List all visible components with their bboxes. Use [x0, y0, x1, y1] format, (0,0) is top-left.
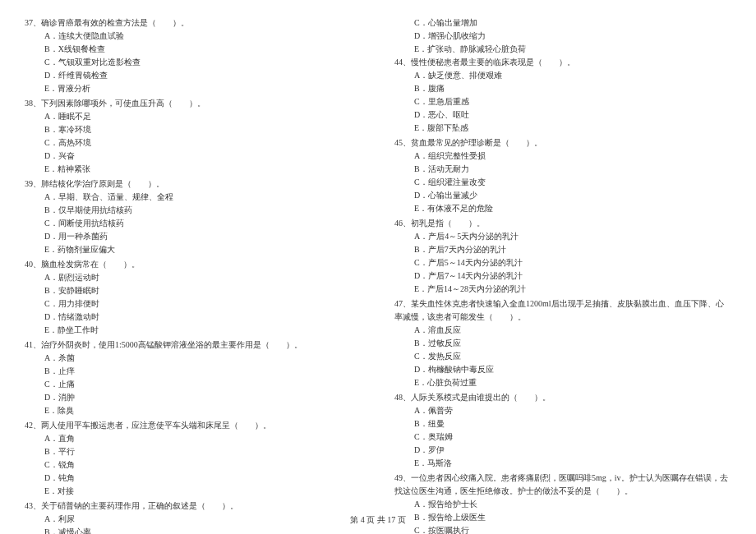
question-option: E．有体液不足的危险: [394, 202, 731, 215]
question-option: C．高热环境: [25, 136, 362, 150]
question-option: C．奥瑞姆: [394, 430, 731, 444]
question-option: C．产后5～14天内分泌的乳汁: [394, 256, 731, 269]
question-option: A．报告给护士长: [394, 498, 731, 511]
question-text: 40、脑血栓发病常在（ ）。: [25, 258, 362, 271]
question-option: D．钝角: [25, 472, 362, 485]
question-block: 42、两人使用平车搬运患者，应注意使平车头端和床尾呈（ ）。A．直角B．平行C．…: [25, 419, 362, 498]
question-option: B．减慢心率: [25, 526, 362, 534]
question-block: 39、肺结核化学治疗原则是（ ）。A．早期、联合、适量、规律、全程B．仅早期使用…: [25, 177, 362, 256]
question-option: A．剧烈运动时: [25, 271, 362, 284]
question-option: B．平行: [25, 445, 362, 458]
question-option: D．枸橼酸钠中毒反应: [394, 363, 731, 376]
question-option: B．纽曼: [394, 417, 731, 430]
question-text: 37、确诊胃癌最有效的检查方法是（ ）。: [25, 16, 362, 30]
question-option: E．腹部下坠感: [394, 122, 731, 135]
question-option: E．扩张动、静脉减轻心脏负荷: [394, 43, 731, 56]
question-option: B．仅早期使用抗结核药: [25, 204, 362, 217]
question-option: D．消肿: [25, 391, 362, 404]
question-option: B．过敏反应: [394, 337, 731, 350]
question-text: 43、关于硝普钠的主要药理作用，正确的叙述是（ ）。: [25, 499, 362, 513]
question-option: B．腹痛: [394, 82, 731, 95]
question-option: D．增强心肌收缩力: [394, 30, 731, 43]
question-option: B．产后7天内分泌的乳汁: [394, 243, 731, 256]
question-block: 38、下列因素除哪项外，可使血压升高（ ）。A．睡眠不足B．寒冷环境C．高热环境…: [25, 97, 362, 176]
question-text: 48、人际关系模式是由谁提出的（ ）。: [394, 391, 731, 404]
question-option: E．除臭: [25, 404, 362, 417]
question-text: 47、某失血性休克患者快速输入全血1200ml后出现手足抽搐、皮肤黏膜出血、血压…: [394, 297, 731, 324]
question-option: D．用一种杀菌药: [25, 230, 362, 243]
question-block: 48、人际关系模式是由谁提出的（ ）。A．佩普劳B．纽曼C．奥瑞姆D．罗伊E．马…: [394, 391, 731, 470]
question-option: A．早期、联合、适量、规律、全程: [25, 191, 362, 204]
question-option: B．止痒: [25, 365, 362, 378]
question-option: E．静坐工作时: [25, 324, 362, 337]
question-option: D．恶心、呕吐: [394, 108, 731, 122]
question-block: 47、某失血性休克患者快速输入全血1200ml后出现手足抽搐、皮肤黏膜出血、血压…: [394, 297, 731, 389]
question-option: E．精神紧张: [25, 163, 362, 176]
question-option: D．罗伊: [394, 444, 731, 457]
question-option: A．杀菌: [25, 352, 362, 365]
question-option: E．对接: [25, 485, 362, 498]
question-option: C．止痛: [25, 378, 362, 391]
question-option: B．X线钡餐检查: [25, 43, 362, 56]
question-block: 40、脑血栓发病常在（ ）。A．剧烈运动时B．安静睡眠时C．用力排便时D．情绪激…: [25, 258, 362, 337]
page-footer: 第 4 页 共 17 页: [0, 514, 756, 526]
question-text: 42、两人使用平车搬运患者，应注意使平车头端和床尾呈（ ）。: [25, 419, 362, 432]
question-option: E．胃液分析: [25, 82, 362, 95]
question-option: C．里急后重感: [394, 95, 731, 108]
question-option: A．缺乏便意、排便艰难: [394, 69, 731, 82]
question-option: A．佩普劳: [394, 404, 731, 417]
question-option: D．产后7～14天内分泌的乳汁: [394, 269, 731, 283]
question-option: B．安静睡眠时: [25, 284, 362, 297]
question-option: A．睡眠不足: [25, 110, 362, 123]
question-option: C．心输出量增加: [394, 16, 731, 30]
question-option: E．产后14～28天内分泌的乳汁: [394, 283, 731, 296]
question-block: 37、确诊胃癌最有效的检查方法是（ ）。A．连续大便隐血试验B．X线钡餐检查C．…: [25, 16, 362, 95]
question-option: B．寒冷环境: [25, 123, 362, 136]
question-option: C．发热反应: [394, 350, 731, 363]
question-option: E．心脏负荷过重: [394, 376, 731, 389]
right-column: C．心输出量增加D．增强心肌收缩力E．扩张动、静脉减轻心脏负荷44、慢性便秘患者…: [394, 16, 731, 501]
question-option: A．连续大便隐血试验: [25, 30, 362, 43]
question-text: 39、肺结核化学治疗原则是（ ）。: [25, 177, 362, 191]
question-option: C．用力排便时: [25, 297, 362, 311]
question-text: 49、一位患者因心绞痛入院。患者疼痛剧烈，医嘱吗啡5mg，iv。护士认为医嘱存在…: [394, 472, 731, 498]
question-block: 45、贫血最常见的护理诊断是（ ）。A．组织完整性受损B．活动无耐力C．组织灌注…: [394, 136, 731, 215]
page-content: 37、确诊胃癌最有效的检查方法是（ ）。A．连续大便隐血试验B．X线钡餐检查C．…: [25, 16, 731, 501]
question-option: D．情绪激动时: [25, 311, 362, 324]
question-block: 44、慢性便秘患者最主要的临床表现是（ ）。A．缺乏便意、排便艰难B．腹痛C．里…: [394, 56, 731, 135]
question-option: A．直角: [25, 432, 362, 445]
question-option: C．间断使用抗结核药: [25, 217, 362, 230]
question-option: D．心输出量减少: [394, 189, 731, 202]
question-text: 44、慢性便秘患者最主要的临床表现是（ ）。: [394, 56, 731, 69]
left-column: 37、确诊胃癌最有效的检查方法是（ ）。A．连续大便隐血试验B．X线钡餐检查C．…: [25, 16, 362, 501]
question-option: A．组织完整性受损: [394, 150, 731, 163]
question-option: E．药物剂量应偏大: [25, 243, 362, 256]
question-text: 46、初乳是指（ ）。: [394, 217, 731, 230]
question-option: D．纤维胃镜检查: [25, 69, 362, 82]
question-text: 38、下列因素除哪项外，可使血压升高（ ）。: [25, 97, 362, 110]
question-option: D．兴奋: [25, 150, 362, 163]
question-option: C．组织灌注量改变: [394, 176, 731, 189]
question-option: A．溶血反应: [394, 324, 731, 337]
question-text: 45、贫血最常见的护理诊断是（ ）。: [394, 136, 731, 150]
question-text: 41、治疗外阴炎时，使用1:5000高锰酸钾溶液坐浴的最主要作用是（ ）。: [25, 338, 362, 352]
question-option: A．产后4～5天内分泌的乳汁: [394, 230, 731, 243]
question-option: E．马斯洛: [394, 457, 731, 470]
question-option: C．锐角: [25, 458, 362, 472]
question-block: 41、治疗外阴炎时，使用1:5000高锰酸钾溶液坐浴的最主要作用是（ ）。A．杀…: [25, 338, 362, 417]
question-option: B．活动无耐力: [394, 163, 731, 176]
question-block: 46、初乳是指（ ）。A．产后4～5天内分泌的乳汁B．产后7天内分泌的乳汁C．产…: [394, 217, 731, 296]
question-option: C．气钡双重对比造影检查: [25, 56, 362, 69]
